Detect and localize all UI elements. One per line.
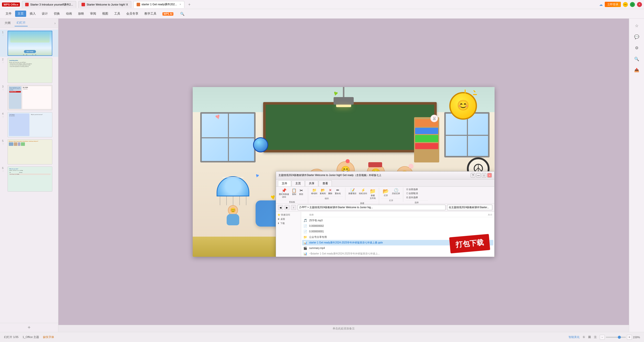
slide-num-4: 4 [2, 112, 6, 115]
menu-home[interactable]: 主页 [15, 11, 26, 17]
fe-close-button[interactable]: × [487, 173, 492, 178]
menubar: 文件 主页 插入 设计 切换 动画 放映 审阅 视图 工具 会员专享 教学工具 … [0, 9, 644, 19]
slide-notes[interactable]: 单击此处添加备注 [58, 325, 629, 332]
slide-star-6[interactable]: ☆ [2, 169, 6, 172]
menu-design[interactable]: 设计 [39, 11, 50, 17]
slide-canvas[interactable]: 😊 ☮ ♥ ♥ ♥ ♥ ♥ ♥ [193, 87, 495, 257]
tab-3-close-icon[interactable]: × [180, 3, 181, 6]
slide-thumb-1[interactable]: Get ready 班 级 主 讲 [8, 31, 52, 56]
fe-btn-select-all[interactable]: ☑全部选择 [405, 188, 428, 191]
fe-btn-deselect[interactable]: ☐全部取消 [405, 192, 428, 195]
fe-btn-history[interactable]: 🕐 历史记录 [391, 188, 401, 197]
tab-2[interactable]: Starter Welcome to Junior high! X [78, 1, 131, 8]
fe-btn-invert[interactable]: ⊡反向选择 [405, 196, 428, 199]
panel-tab-outline[interactable]: 大纲 [3, 20, 13, 26]
close-window-button[interactable]: × [637, 2, 642, 7]
rp-icon-2[interactable]: 💬 [632, 32, 641, 41]
slide-item-4[interactable]: 4 ☆ I feel happybut nervous. Why do you … [0, 111, 58, 138]
fe-maximize-button[interactable]: □ [482, 173, 486, 178]
slide-thumb-4[interactable]: I feel happybut nervous. Why do you feel… [8, 112, 52, 137]
slide-item-1[interactable]: 1 ☆ Get ready 班 级 主 讲 [0, 30, 58, 57]
fe-nav-quick-access[interactable]: ⭐ 快速访问 [277, 213, 299, 217]
search-icon[interactable]: 🔍 [179, 11, 185, 17]
fe-tab-share[interactable]: 共享 [305, 180, 318, 186]
slide-item-6[interactable]: 6 ☆ What do you take? textbook pencil ca… [0, 165, 58, 193]
tab-3-active[interactable]: starter 1 Get ready课件202... × [133, 1, 184, 8]
register-button[interactable]: 立即登录 [605, 2, 621, 7]
rp-icon-5[interactable]: 📤 [632, 65, 641, 74]
slide-item-5[interactable]: 5 ☆ Because I don't know what I should t… [0, 138, 58, 165]
panel-tab-slides[interactable]: 幻灯片 [15, 20, 28, 26]
fe-tab-file[interactable]: 文件 [278, 180, 291, 186]
fe-btn-new-item[interactable]: 📝 新建项目 [347, 188, 357, 200]
zoom-slider[interactable] [606, 337, 626, 338]
rp-icon-3[interactable]: ⚙ [632, 43, 641, 52]
menu-slideshow[interactable]: 放映 [75, 11, 87, 17]
fe-nav-downloads[interactable]: ⬇ 下载 [277, 221, 299, 226]
fe-tab-view[interactable]: 查看 [319, 180, 332, 186]
fe-btn-cut[interactable]: ✂ 剪切 [298, 188, 304, 199]
fe-btn-new-folder[interactable]: 📁 新建 文件夹 [369, 188, 377, 200]
fe-search-bar[interactable]: 在主题情境2024新教材课件Starter... [447, 205, 492, 210]
slide-star-4[interactable]: ☆ [2, 115, 6, 118]
fe-btn-copy-to[interactable]: 📂 复制到 [319, 188, 327, 195]
fe-tab-home[interactable]: 主页 [292, 180, 305, 186]
menu-review[interactable]: 审阅 [88, 11, 99, 17]
fe-file-row-7[interactable]: 📁 1-教案 [302, 256, 493, 257]
menu-vip[interactable]: 会员专享 [124, 11, 141, 17]
slide-thumb-6[interactable]: What do you take? textbook pencil case p… [8, 166, 52, 192]
slide-item-3[interactable]: 3 ☆ You are going to a new school. A new… [0, 84, 58, 111]
menu-file[interactable]: 文件 [3, 11, 14, 17]
fe-btn-delete[interactable]: ✕ 删除 [327, 188, 333, 195]
fe-forward-button[interactable]: ▶ [285, 205, 290, 210]
minimize-button[interactable]: — [623, 2, 628, 7]
fe-btn-rename[interactable]: ✏ 重命名 [334, 188, 342, 195]
slide-star-1[interactable]: ☆ [2, 34, 6, 36]
slide-item-2[interactable]: 2 ☆ Learning aims: By the end of the cla… [0, 57, 58, 84]
fe-btn-easy-access[interactable]: ⚡ 轻松访问 [358, 188, 368, 200]
zoom-in-button[interactable]: + [627, 335, 632, 340]
sb-icon-1[interactable]: ① [583, 335, 585, 339]
fe-btn-pin[interactable]: 📌 图钉到快速 访问 [278, 188, 290, 199]
add-tab-button[interactable]: + [186, 2, 192, 8]
fe-btn-move[interactable]: 📁 移动到 [310, 188, 318, 195]
fe-file-row-1[interactable]: 📄 0.000000002 [302, 223, 493, 229]
zoom-out-button[interactable]: - [600, 335, 605, 340]
menu-transition[interactable]: 切换 [51, 11, 62, 17]
slide-star-3[interactable]: ☆ [2, 88, 6, 91]
zoom-level: 159% [633, 336, 640, 339]
sb-icon-2[interactable]: 圖 [588, 335, 591, 339]
maximize-button[interactable]: □ [630, 2, 635, 7]
slide-thumb-3[interactable]: You are going to a new school. A new sch… [8, 85, 52, 110]
rp-icon-1[interactable]: ☆ [632, 21, 641, 30]
fe-nav-desktop[interactable]: 🖥 桌面 [277, 217, 299, 221]
fe-file-row-2[interactable]: 📄 0.000000001 [302, 229, 493, 234]
menu-animation[interactable]: 动画 [63, 11, 74, 17]
slide-num-3: 3 [2, 85, 6, 88]
fe-btn-open[interactable]: 📂 打开 [381, 188, 390, 197]
fe-file-icon-1: 📄 [303, 224, 307, 228]
fe-minimize-button[interactable]: — [476, 173, 481, 178]
fe-btn-copy[interactable]: 📋 复制 [291, 188, 298, 199]
tab-1[interactable]: Starter 3 Introduce yourself课件2... [22, 1, 76, 8]
menu-view[interactable]: 视图 [100, 11, 111, 17]
panel-collapse-icon[interactable]: › [54, 21, 56, 25]
sb-icon-3[interactable]: 注 [594, 335, 597, 339]
slide-star-5[interactable]: ☆ [2, 142, 6, 145]
download-stamp[interactable]: 打包下载 [449, 234, 490, 253]
menu-insert[interactable]: 插入 [27, 11, 38, 17]
fe-file-row-0[interactable]: 🎵 25字母.mp3 [302, 218, 493, 223]
add-slide-button[interactable]: + [0, 323, 58, 332]
menu-wps-ai[interactable]: WPS AI [160, 11, 176, 17]
fe-path-bar[interactable]: Z-PPT > 主题情境2024新教材课件Starter Welcome to … [298, 205, 446, 210]
slide-thumb-2[interactable]: Learning aims: By the end of the class, … [8, 58, 52, 83]
fe-up-button[interactable]: ↑ [291, 205, 296, 210]
fe-help-button[interactable]: ? [471, 173, 475, 178]
rp-icon-4[interactable]: 🔍 [632, 54, 641, 63]
ai-beautify-btn[interactable]: 智能美化 [569, 335, 580, 339]
fe-back-button[interactable]: ◀ [278, 205, 283, 210]
menu-tools[interactable]: 工具 [112, 11, 123, 17]
menu-teaching[interactable]: 教学工具 [142, 11, 159, 17]
slide-thumb-5[interactable]: Because I don't know what I should take.… [8, 139, 52, 164]
slide-star-2[interactable]: ☆ [2, 61, 6, 64]
